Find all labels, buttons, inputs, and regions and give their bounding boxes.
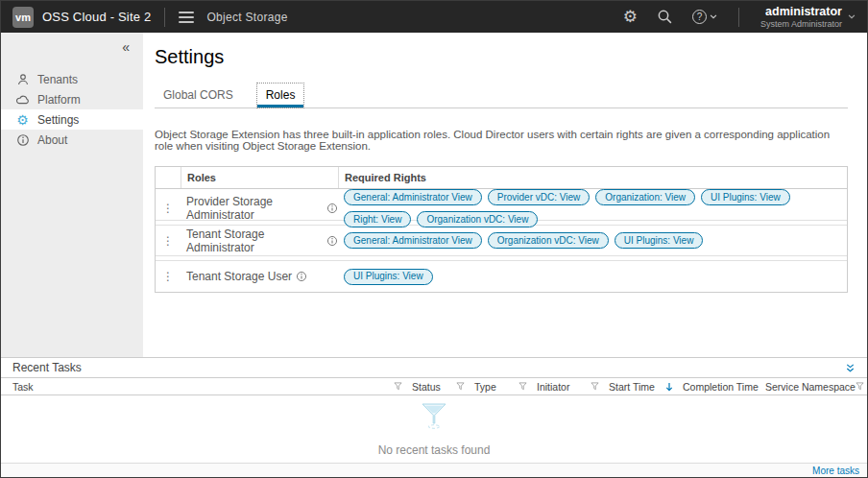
roles-table-header: Roles Required Rights — [156, 167, 847, 189]
row-actions-kebab-icon[interactable]: ⋮ — [156, 271, 181, 282]
column-task: Task — [12, 381, 412, 393]
header-actions: ⚙ ? administrator System Administrator — [623, 5, 856, 29]
tasks-footer: More tasks — [1, 463, 867, 477]
sidebar-item-about[interactable]: About — [1, 130, 143, 150]
empty-funnel-icon — [417, 402, 451, 437]
top-header-bar: vm OSS Cloud - Site 2 Object Storage ⚙ ?… — [1, 1, 867, 33]
header-divider — [738, 8, 739, 27]
page-title: Settings — [155, 46, 848, 68]
right-badge: UI Plugins: View — [344, 269, 433, 285]
right-badge: UI Plugins: View — [701, 189, 790, 205]
info-icon[interactable] — [326, 203, 338, 214]
column-completion-time: Completion Time — [683, 381, 765, 393]
app-title: Object Storage — [206, 11, 287, 24]
roles-table: Roles Required Rights ⋮ Provider Storage… — [155, 166, 848, 293]
chevron-down-icon — [848, 14, 856, 19]
right-badge: Provider vDC: View — [488, 189, 591, 205]
app-window: vm OSS Cloud - Site 2 Object Storage ⚙ ?… — [0, 0, 868, 478]
table-row: ⋮ Tenant Storage User UI Plugins: View — [156, 260, 847, 292]
info-icon — [15, 132, 30, 147]
brand-title: OSS Cloud - Site 2 — [42, 10, 151, 24]
help-icon: ? — [692, 10, 707, 24]
right-badge: Organization: View — [595, 189, 695, 205]
sidebar-nav: Tenants Platform ⚙ Settings About — [1, 69, 143, 150]
vmware-logo: vm — [12, 7, 34, 28]
chevron-down-icon — [710, 14, 717, 19]
info-icon[interactable] — [326, 235, 338, 247]
row-actions-kebab-icon[interactable]: ⋮ — [156, 235, 181, 247]
users-icon — [15, 72, 30, 86]
sidebar-item-platform[interactable]: Platform — [1, 89, 143, 109]
tasks-empty-state: No recent tasks found — [1, 395, 867, 463]
main-content: Settings Global CORS Roles Object Storag… — [143, 33, 867, 357]
sidebar-collapse-icon[interactable]: « — [122, 39, 130, 55]
right-badge: General: Administrator View — [344, 232, 482, 249]
column-status: Status — [412, 381, 474, 393]
user-name: administrator — [760, 5, 842, 18]
sidebar-item-settings[interactable]: ⚙ Settings — [1, 109, 143, 130]
sidebar-item-label: Settings — [37, 113, 79, 127]
filter-icon[interactable] — [591, 382, 599, 391]
hamburger-menu-icon[interactable] — [179, 12, 194, 23]
tab-global-cors[interactable]: Global CORS — [155, 84, 242, 108]
right-badge: Organization vDC: View — [417, 211, 538, 227]
table-row: ⋮ Provider Storage Administrator General… — [156, 189, 847, 221]
roles-description: Object Storage Extension has three built… — [155, 129, 848, 152]
recent-tasks-title: Recent Tasks — [12, 361, 82, 374]
column-start-time: Start Time — [609, 381, 683, 393]
gear-icon[interactable]: ⚙ — [623, 9, 638, 25]
filter-icon[interactable] — [456, 382, 465, 391]
double-chevron-down-icon[interactable] — [845, 363, 856, 373]
role-name: Tenant Storage User — [186, 270, 292, 283]
column-type: Type — [474, 381, 537, 393]
filter-icon[interactable] — [856, 382, 864, 391]
right-badge: UI Plugins: View — [615, 232, 704, 249]
right-badge: Right: View — [344, 211, 411, 227]
tasks-table-header: Task Status Type Initiator Start Time Co… — [1, 377, 867, 395]
column-service-namespace: Service Namespace — [765, 381, 856, 393]
user-role: System Administrator — [760, 19, 842, 29]
recent-tasks-panel: Recent Tasks Task Status Type Initiator — [1, 357, 867, 463]
settings-tabs: Global CORS Roles — [155, 84, 848, 108]
row-actions-kebab-icon[interactable]: ⋮ — [156, 203, 181, 214]
right-badge: General: Administrator View — [344, 189, 482, 205]
filter-icon[interactable] — [394, 382, 402, 391]
tab-roles[interactable]: Roles — [257, 84, 304, 108]
right-badge: Organization vDC: View — [488, 232, 609, 249]
sidebar-item-label: Tenants — [37, 73, 78, 86]
sort-desc-icon[interactable] — [665, 382, 673, 392]
actions-column-header — [156, 167, 181, 188]
header-divider — [164, 8, 165, 27]
cloud-icon — [15, 92, 30, 107]
role-name: Tenant Storage Administrator — [186, 227, 323, 254]
search-icon[interactable] — [657, 9, 673, 25]
column-initiator: Initiator — [537, 381, 609, 393]
rights-badges: General: Administrator View Provider vDC… — [338, 189, 847, 227]
table-row: ⋮ Tenant Storage Administrator General: … — [156, 225, 847, 256]
gear-icon: ⚙ — [15, 112, 30, 127]
user-menu[interactable]: administrator System Administrator — [760, 5, 856, 29]
rights-badges: UI Plugins: View — [338, 269, 847, 285]
required-rights-column-header: Required Rights — [338, 167, 847, 188]
sidebar-item-label: Platform — [37, 93, 81, 107]
help-menu[interactable]: ? — [692, 10, 717, 24]
info-icon[interactable] — [296, 271, 307, 282]
role-name: Provider Storage Administrator — [186, 195, 323, 222]
more-tasks-link[interactable]: More tasks — [812, 466, 859, 476]
roles-column-header: Roles — [181, 167, 338, 188]
sidebar-item-tenants[interactable]: Tenants — [1, 69, 143, 89]
empty-tasks-message: No recent tasks found — [378, 443, 491, 457]
sidebar-item-label: About — [37, 133, 67, 147]
filter-icon[interactable] — [518, 382, 527, 391]
sidebar: « Tenants Platform ⚙ Settings — [1, 33, 143, 357]
rights-badges: General: Administrator View Organization… — [338, 232, 847, 249]
